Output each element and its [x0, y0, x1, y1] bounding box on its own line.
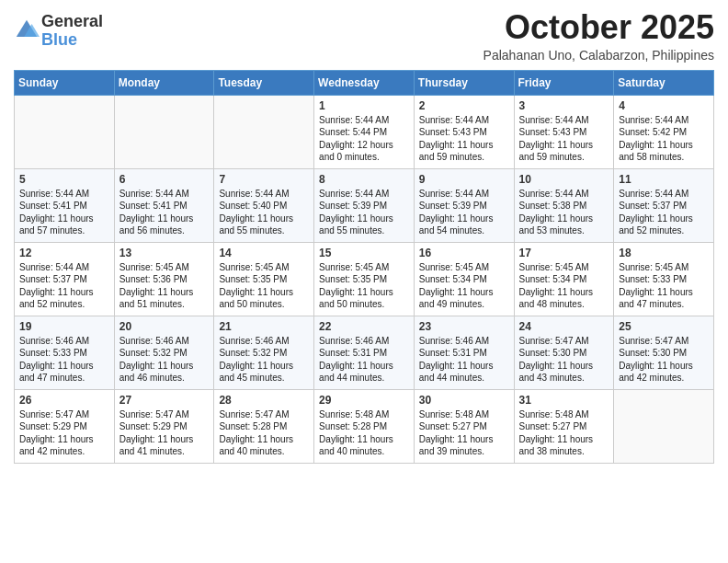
- calendar-cell: 19Sunrise: 5:46 AM Sunset: 5:33 PM Dayli…: [15, 316, 115, 389]
- calendar-cell: 12Sunrise: 5:44 AM Sunset: 5:37 PM Dayli…: [15, 242, 115, 316]
- calendar-cell: [15, 95, 115, 168]
- calendar-cell: 27Sunrise: 5:47 AM Sunset: 5:29 PM Dayli…: [114, 389, 214, 463]
- day-number: 20: [119, 320, 210, 333]
- calendar-cell: 21Sunrise: 5:46 AM Sunset: 5:32 PM Dayli…: [214, 316, 314, 389]
- day-info: Sunrise: 5:45 AM Sunset: 5:33 PM Dayligh…: [619, 261, 709, 311]
- day-info: Sunrise: 5:47 AM Sunset: 5:30 PM Dayligh…: [619, 335, 709, 385]
- day-info: Sunrise: 5:47 AM Sunset: 5:30 PM Dayligh…: [519, 335, 609, 385]
- header-thursday: Thursday: [414, 70, 514, 95]
- day-number: 6: [119, 173, 210, 186]
- day-number: 11: [619, 173, 709, 186]
- calendar-week-row-2: 5Sunrise: 5:44 AM Sunset: 5:41 PM Daylig…: [15, 168, 714, 242]
- calendar-cell: 30Sunrise: 5:48 AM Sunset: 5:27 PM Dayli…: [414, 389, 514, 463]
- calendar-week-row-4: 19Sunrise: 5:46 AM Sunset: 5:33 PM Dayli…: [15, 316, 714, 389]
- calendar-cell: 28Sunrise: 5:47 AM Sunset: 5:28 PM Dayli…: [214, 389, 314, 463]
- day-number: 3: [519, 99, 609, 112]
- day-number: 15: [319, 247, 409, 259]
- calendar-cell: 24Sunrise: 5:47 AM Sunset: 5:30 PM Dayli…: [514, 316, 614, 389]
- logo-icon: [14, 17, 40, 43]
- day-number: 9: [419, 173, 509, 186]
- calendar-cell: 13Sunrise: 5:45 AM Sunset: 5:36 PM Dayli…: [114, 242, 214, 316]
- day-info: Sunrise: 5:46 AM Sunset: 5:32 PM Dayligh…: [119, 335, 210, 385]
- day-number: 12: [19, 247, 109, 259]
- day-info: Sunrise: 5:45 AM Sunset: 5:34 PM Dayligh…: [519, 261, 609, 311]
- day-number: 22: [319, 320, 409, 333]
- calendar-cell: 1Sunrise: 5:44 AM Sunset: 5:44 PM Daylig…: [314, 95, 415, 168]
- day-info: Sunrise: 5:45 AM Sunset: 5:36 PM Dayligh…: [119, 261, 210, 311]
- calendar-cell: 6Sunrise: 5:44 AM Sunset: 5:41 PM Daylig…: [114, 168, 214, 242]
- calendar-cell: 14Sunrise: 5:45 AM Sunset: 5:35 PM Dayli…: [214, 242, 314, 316]
- month-title: October 2025: [483, 9, 714, 46]
- calendar-cell: 17Sunrise: 5:45 AM Sunset: 5:34 PM Dayli…: [514, 242, 614, 316]
- calendar-cell: 10Sunrise: 5:44 AM Sunset: 5:38 PM Dayli…: [514, 168, 614, 242]
- day-info: Sunrise: 5:44 AM Sunset: 5:43 PM Dayligh…: [519, 114, 609, 164]
- day-info: Sunrise: 5:48 AM Sunset: 5:28 PM Dayligh…: [319, 408, 409, 458]
- day-number: 17: [519, 247, 609, 259]
- day-number: 18: [619, 247, 709, 259]
- day-info: Sunrise: 5:45 AM Sunset: 5:35 PM Dayligh…: [219, 261, 309, 311]
- day-info: Sunrise: 5:45 AM Sunset: 5:35 PM Dayligh…: [319, 261, 409, 311]
- calendar-cell: 15Sunrise: 5:45 AM Sunset: 5:35 PM Dayli…: [314, 242, 415, 316]
- logo-general-text: General: [41, 13, 103, 31]
- day-info: Sunrise: 5:48 AM Sunset: 5:27 PM Dayligh…: [519, 408, 609, 458]
- day-info: Sunrise: 5:44 AM Sunset: 5:40 PM Dayligh…: [219, 188, 309, 237]
- calendar-table: Sunday Monday Tuesday Wednesday Thursday…: [14, 70, 714, 464]
- calendar-cell: 22Sunrise: 5:46 AM Sunset: 5:31 PM Dayli…: [314, 316, 415, 389]
- day-number: 28: [219, 394, 309, 407]
- calendar-cell: 18Sunrise: 5:45 AM Sunset: 5:33 PM Dayli…: [614, 242, 714, 316]
- calendar-week-row-5: 26Sunrise: 5:47 AM Sunset: 5:29 PM Dayli…: [15, 389, 714, 463]
- day-number: 10: [519, 173, 609, 186]
- day-info: Sunrise: 5:46 AM Sunset: 5:31 PM Dayligh…: [419, 335, 509, 385]
- day-info: Sunrise: 5:44 AM Sunset: 5:41 PM Dayligh…: [119, 188, 210, 237]
- calendar-cell: 16Sunrise: 5:45 AM Sunset: 5:34 PM Dayli…: [414, 242, 514, 316]
- calendar-cell: 5Sunrise: 5:44 AM Sunset: 5:41 PM Daylig…: [15, 168, 115, 242]
- calendar-cell: 3Sunrise: 5:44 AM Sunset: 5:43 PM Daylig…: [514, 95, 614, 168]
- calendar-cell: 2Sunrise: 5:44 AM Sunset: 5:43 PM Daylig…: [414, 95, 514, 168]
- day-number: 13: [119, 247, 210, 259]
- day-info: Sunrise: 5:46 AM Sunset: 5:33 PM Dayligh…: [19, 335, 109, 385]
- day-number: 26: [19, 394, 109, 407]
- day-info: Sunrise: 5:47 AM Sunset: 5:29 PM Dayligh…: [119, 408, 210, 458]
- header-sunday: Sunday: [15, 70, 115, 95]
- day-number: 30: [419, 394, 509, 407]
- header-friday: Friday: [514, 70, 614, 95]
- day-info: Sunrise: 5:44 AM Sunset: 5:42 PM Dayligh…: [619, 114, 709, 164]
- calendar-header-row: Sunday Monday Tuesday Wednesday Thursday…: [15, 70, 714, 95]
- calendar-cell: 11Sunrise: 5:44 AM Sunset: 5:37 PM Dayli…: [614, 168, 714, 242]
- day-number: 25: [619, 320, 709, 333]
- day-number: 24: [519, 320, 609, 333]
- day-info: Sunrise: 5:46 AM Sunset: 5:32 PM Dayligh…: [219, 335, 309, 385]
- location-subtitle: Palahanan Uno, Calabarzon, Philippines: [483, 48, 714, 63]
- logo: General Blue: [14, 13, 103, 50]
- header: General Blue October 2025 Palahanan Uno,…: [14, 9, 714, 63]
- calendar-cell: 26Sunrise: 5:47 AM Sunset: 5:29 PM Dayli…: [15, 389, 115, 463]
- calendar-cell: [214, 95, 314, 168]
- page: General Blue October 2025 Palahanan Uno,…: [0, 0, 728, 563]
- calendar-cell: [614, 389, 714, 463]
- day-info: Sunrise: 5:47 AM Sunset: 5:29 PM Dayligh…: [19, 408, 109, 458]
- calendar-cell: 31Sunrise: 5:48 AM Sunset: 5:27 PM Dayli…: [514, 389, 614, 463]
- day-info: Sunrise: 5:46 AM Sunset: 5:31 PM Dayligh…: [319, 335, 409, 385]
- calendar-cell: 4Sunrise: 5:44 AM Sunset: 5:42 PM Daylig…: [614, 95, 714, 168]
- day-info: Sunrise: 5:47 AM Sunset: 5:28 PM Dayligh…: [219, 408, 309, 458]
- calendar-cell: 7Sunrise: 5:44 AM Sunset: 5:40 PM Daylig…: [214, 168, 314, 242]
- day-info: Sunrise: 5:44 AM Sunset: 5:44 PM Dayligh…: [319, 114, 409, 164]
- day-number: 19: [19, 320, 109, 333]
- calendar-cell: 25Sunrise: 5:47 AM Sunset: 5:30 PM Dayli…: [614, 316, 714, 389]
- calendar-week-row-1: 1Sunrise: 5:44 AM Sunset: 5:44 PM Daylig…: [15, 95, 714, 168]
- calendar-week-row-3: 12Sunrise: 5:44 AM Sunset: 5:37 PM Dayli…: [15, 242, 714, 316]
- header-wednesday: Wednesday: [314, 70, 415, 95]
- day-info: Sunrise: 5:44 AM Sunset: 5:41 PM Dayligh…: [19, 188, 109, 237]
- day-number: 1: [319, 99, 409, 112]
- day-info: Sunrise: 5:44 AM Sunset: 5:38 PM Dayligh…: [519, 188, 609, 237]
- day-number: 27: [119, 394, 210, 407]
- header-saturday: Saturday: [614, 70, 714, 95]
- calendar-cell: 23Sunrise: 5:46 AM Sunset: 5:31 PM Dayli…: [414, 316, 514, 389]
- header-tuesday: Tuesday: [214, 70, 314, 95]
- logo-text: General Blue: [41, 13, 103, 50]
- day-number: 8: [319, 173, 409, 186]
- day-number: 31: [519, 394, 609, 407]
- day-number: 21: [219, 320, 309, 333]
- day-info: Sunrise: 5:48 AM Sunset: 5:27 PM Dayligh…: [419, 408, 509, 458]
- title-section: October 2025 Palahanan Uno, Calabarzon, …: [483, 9, 714, 63]
